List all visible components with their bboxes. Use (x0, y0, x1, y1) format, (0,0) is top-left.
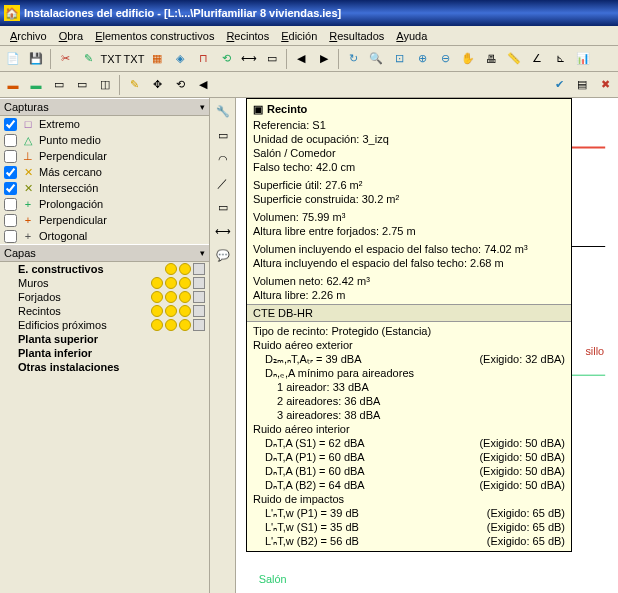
cube-icon[interactable] (193, 263, 205, 275)
menu-archivo[interactable]: Archivo (4, 28, 53, 44)
layer-row[interactable]: E. constructivos (0, 262, 209, 276)
layer-row[interactable]: Planta superior (0, 332, 209, 346)
cube-icon[interactable] (193, 291, 205, 303)
txt2-icon[interactable]: TXT (123, 48, 145, 70)
back-icon[interactable]: ◀ (192, 74, 214, 96)
snap-checkbox[interactable] (4, 118, 17, 131)
layer-row[interactable]: Planta inferior (0, 346, 209, 360)
visibility-dot[interactable] (165, 291, 177, 303)
refresh-icon[interactable]: ↻ (342, 48, 364, 70)
dim-icon[interactable]: ⟷ (212, 220, 234, 242)
snap-row[interactable]: □Extremo (0, 116, 209, 132)
wall-icon[interactable]: ▬ (2, 74, 24, 96)
layer-icon[interactable]: ◈ (169, 48, 191, 70)
cube-icon[interactable] (193, 305, 205, 317)
slab2-icon[interactable]: ▭ (71, 74, 93, 96)
check-icon[interactable]: ✔ (548, 74, 570, 96)
snap-checkbox[interactable] (4, 166, 17, 179)
menu-recintos[interactable]: Recintos (220, 28, 275, 44)
comment-icon[interactable]: 💬 (212, 244, 234, 266)
rect-icon[interactable]: ▭ (212, 124, 234, 146)
snap-row[interactable]: △Punto medio (0, 132, 209, 148)
menu-obra[interactable]: Obra (53, 28, 89, 44)
visibility-dot[interactable] (165, 277, 177, 289)
orbit-icon[interactable]: ⟲ (215, 48, 237, 70)
visibility-dot[interactable] (165, 305, 177, 317)
magnet-icon[interactable]: ⊓ (192, 48, 214, 70)
capas-header[interactable]: Capas (0, 244, 209, 262)
zoom-window-icon[interactable]: 🔍 (365, 48, 387, 70)
drawing-canvas[interactable]: sillo Salón ▣Recinto Referencia: S1 Unid… (236, 98, 618, 593)
layer-row[interactable]: Edificios próximos (0, 318, 209, 332)
grid-icon[interactable]: ▦ (146, 48, 168, 70)
room-icon[interactable]: ◫ (94, 74, 116, 96)
tooltip-altlibre2: Altura libre: 2.26 m (253, 288, 565, 302)
snap-row[interactable]: ✕Más cercano (0, 164, 209, 180)
menu-edicion[interactable]: Edición (275, 28, 323, 44)
edit-icon[interactable]: ✎ (123, 74, 145, 96)
measure-icon[interactable]: ⊾ (549, 48, 571, 70)
visibility-dot[interactable] (151, 305, 163, 317)
capturas-header[interactable]: Capturas (0, 98, 209, 116)
nav-right-icon[interactable]: ▶ (313, 48, 335, 70)
visibility-dot[interactable] (179, 263, 191, 275)
snap-checkbox[interactable] (4, 230, 17, 243)
save-icon[interactable]: 💾 (25, 48, 47, 70)
snap-row[interactable]: +Prolongación (0, 196, 209, 212)
layer-row[interactable]: Forjados (0, 290, 209, 304)
wrench-icon[interactable]: 🔧 (212, 100, 234, 122)
list-icon[interactable]: ▤ (571, 74, 593, 96)
ruido-ext-hdr: Ruido aéreo exterior (253, 338, 565, 352)
visibility-dot[interactable] (151, 291, 163, 303)
visibility-dot[interactable] (179, 291, 191, 303)
new-icon[interactable]: 📄 (2, 48, 24, 70)
slab-icon[interactable]: ▭ (48, 74, 70, 96)
visibility-dot[interactable] (179, 319, 191, 331)
layer-row[interactable]: Recintos (0, 304, 209, 318)
snap-row[interactable]: +Ortogonal (0, 228, 209, 244)
ruler-icon[interactable]: 📏 (503, 48, 525, 70)
zoom-in-icon[interactable]: ⊕ (411, 48, 433, 70)
wall2-icon[interactable]: ▬ (25, 74, 47, 96)
snap-icon: □ (21, 117, 35, 131)
visibility-dot[interactable] (165, 263, 177, 275)
line-icon[interactable]: ／ (212, 172, 234, 194)
txt-icon[interactable]: TXT (100, 48, 122, 70)
rotate-icon[interactable]: ⟲ (169, 74, 191, 96)
chart-icon[interactable]: 📊 (572, 48, 594, 70)
menu-resultados[interactable]: Resultados (323, 28, 390, 44)
fit-icon[interactable]: ▭ (261, 48, 283, 70)
menu-elementos[interactable]: Elementos constructivos (89, 28, 220, 44)
cancel-icon[interactable]: ✖ (594, 74, 616, 96)
tool-icon[interactable]: ✎ (77, 48, 99, 70)
layer-row[interactable]: Muros (0, 276, 209, 290)
pan-icon[interactable]: ✋ (457, 48, 479, 70)
snap-row[interactable]: ✕Intersección (0, 180, 209, 196)
nav-left-icon[interactable]: ◀ (290, 48, 312, 70)
rect2-icon[interactable]: ▭ (212, 196, 234, 218)
layer-row[interactable]: Otras instalaciones (0, 360, 209, 374)
zoom-fit-icon[interactable]: ⊡ (388, 48, 410, 70)
visibility-dot[interactable] (151, 277, 163, 289)
snap-checkbox[interactable] (4, 150, 17, 163)
print-icon[interactable]: 🖶 (480, 48, 502, 70)
snap-row[interactable]: ⊥Perpendicular (0, 148, 209, 164)
visibility-dot[interactable] (179, 277, 191, 289)
menu-ayuda[interactable]: Ayuda (390, 28, 433, 44)
move-icon[interactable]: ✥ (146, 74, 168, 96)
tool-icon[interactable]: ✂ (54, 48, 76, 70)
snap-checkbox[interactable] (4, 134, 17, 147)
snap-checkbox[interactable] (4, 214, 17, 227)
angle-icon[interactable]: ∠ (526, 48, 548, 70)
snap-checkbox[interactable] (4, 198, 17, 211)
snap-row[interactable]: +Perpendicular (0, 212, 209, 228)
arc-icon[interactable]: ◠ (212, 148, 234, 170)
snap-checkbox[interactable] (4, 182, 17, 195)
zoom-out-icon[interactable]: ⊖ (434, 48, 456, 70)
dim-icon[interactable]: ⟷ (238, 48, 260, 70)
visibility-dot[interactable] (151, 319, 163, 331)
cube-icon[interactable] (193, 319, 205, 331)
cube-icon[interactable] (193, 277, 205, 289)
visibility-dot[interactable] (165, 319, 177, 331)
visibility-dot[interactable] (179, 305, 191, 317)
